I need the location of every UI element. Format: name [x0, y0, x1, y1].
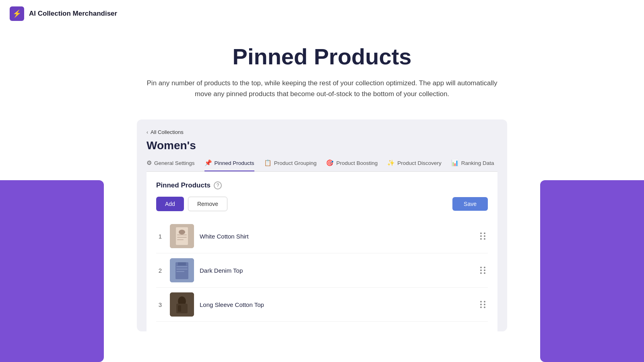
product-number: 1	[156, 233, 164, 240]
content-panel: Pinned Products ? Add Remove Save 1	[147, 172, 497, 331]
tab-product-grouping[interactable]: 📋 Product Grouping	[264, 159, 317, 171]
main-card: ‹ All Collections Women's ⚙ General Sett…	[137, 119, 507, 331]
boosting-icon: 🎯	[326, 159, 334, 167]
tab-ranking-data[interactable]: 📊 Ranking Data	[451, 159, 494, 171]
ranking-icon: 📊	[451, 159, 459, 167]
tab-product-boosting[interactable]: 🎯 Product Boosting	[326, 159, 378, 171]
panel-header: Pinned Products ?	[156, 181, 488, 189]
drag-handle[interactable]	[479, 231, 488, 241]
panel-title: Pinned Products	[156, 181, 211, 189]
drag-handle[interactable]	[479, 299, 488, 310]
product-name: Dark Denim Top	[200, 267, 473, 274]
svg-rect-4	[177, 237, 187, 238]
table-row: 3 Long Sleeve Cotton Top	[156, 288, 488, 322]
svg-rect-15	[178, 305, 181, 312]
svg-rect-8	[178, 262, 186, 265]
tab-pinned-products[interactable]: 📌 Pinned Products	[204, 159, 254, 171]
save-button[interactable]: Save	[452, 197, 488, 211]
help-icon[interactable]: ?	[214, 181, 222, 189]
product-name: Long Sleeve Cotton Top	[200, 301, 473, 308]
logo-icon: ⚡	[10, 6, 24, 21]
hero-section: Pinned Products Pin any number of produc…	[0, 27, 644, 107]
gear-icon: ⚙	[147, 159, 152, 167]
topbar: ⚡ AI Collection Merchandiser	[0, 0, 644, 27]
drag-handle[interactable]	[479, 265, 488, 276]
all-collections-link[interactable]: All Collections	[151, 129, 184, 135]
svg-rect-3	[177, 234, 187, 235]
table-row: 1 White Cotton Shirt	[156, 219, 488, 253]
collection-title: Women's	[147, 139, 497, 152]
svg-rect-10	[176, 269, 188, 269]
svg-point-2	[179, 230, 185, 234]
product-thumbnail	[170, 258, 194, 282]
pin-icon: 📌	[204, 159, 212, 167]
app-title: AI Collection Merchandiser	[29, 10, 117, 18]
svg-rect-11	[176, 271, 184, 272]
action-left: Add Remove	[156, 197, 227, 211]
action-bar: Add Remove Save	[156, 197, 488, 211]
breadcrumb: ‹ All Collections	[147, 129, 497, 135]
side-panel-left	[0, 180, 104, 362]
discovery-icon: ✨	[387, 159, 395, 167]
product-thumbnail	[170, 224, 194, 248]
hero-description: Pin any number of products to the top, w…	[141, 78, 503, 99]
product-number: 3	[156, 301, 164, 308]
product-number: 2	[156, 267, 164, 274]
add-button[interactable]: Add	[156, 197, 184, 211]
tab-product-discovery[interactable]: ✨ Product Discovery	[387, 159, 442, 171]
nav-tabs: ⚙ General Settings 📌 Pinned Products 📋 P…	[147, 159, 497, 172]
product-list: 1 White Cotton Shirt	[156, 219, 488, 322]
tab-general-settings[interactable]: ⚙ General Settings	[147, 159, 195, 171]
product-thumbnail	[170, 292, 194, 317]
product-name: White Cotton Shirt	[200, 233, 473, 240]
table-row: 2 Dark Denim Top	[156, 253, 488, 288]
svg-rect-5	[177, 239, 184, 240]
svg-rect-9	[176, 266, 188, 267]
remove-button[interactable]: Remove	[188, 197, 227, 211]
breadcrumb-arrow: ‹	[147, 130, 148, 135]
hero-title: Pinned Products	[8, 43, 636, 70]
side-panel-right	[540, 180, 644, 362]
grouping-icon: 📋	[264, 159, 272, 167]
